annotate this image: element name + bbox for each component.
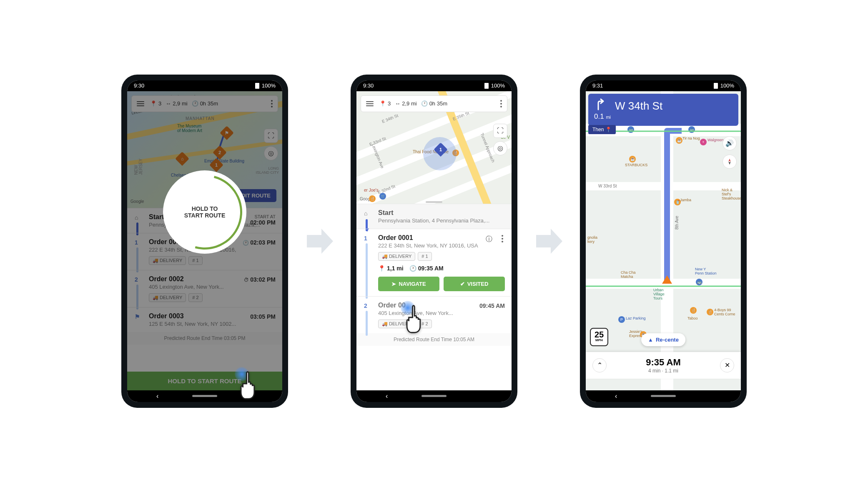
hold-label: START ROUTE [184, 212, 226, 219]
locate-icon[interactable]: ◎ [264, 146, 278, 160]
phone-1: 9:30 100% Lincoln Tunnel Lincoln Center … [121, 75, 288, 408]
stop-time: 03:05 PM [250, 313, 276, 320]
status-bar: 9:30 100% [356, 80, 512, 91]
hold-label: HOLD TO [192, 205, 218, 212]
hold-to-start-button[interactable]: HOLD TO START ROUTE [127, 372, 282, 390]
stop-time: 02:03 PM [250, 239, 276, 246]
nav-direction-banner[interactable]: W 34th St 0.1 mi Then 📍 [588, 94, 738, 126]
sheet-handle[interactable] [426, 201, 442, 203]
distance-metric: ↔2,9 mi [395, 100, 416, 107]
status-time: 9:30 [134, 82, 144, 89]
order-num-chip: # 2 [188, 293, 202, 302]
hold-progress-circle: HOLD TO START ROUTE [163, 170, 246, 254]
battery-icon [255, 83, 259, 89]
order-num-chip: # 1 [188, 256, 202, 265]
duration-metric: 🕐0h 35m [421, 100, 447, 107]
locate-icon[interactable]: ◎ [493, 141, 507, 155]
shop-icon: 🛒 [379, 193, 386, 200]
sound-icon[interactable]: 🔊 [722, 136, 737, 150]
fullscreen-icon[interactable]: ⛶ [264, 129, 278, 143]
phone-2: 9:30 100% E 33rd St E 34th St E 35th St … [351, 75, 517, 408]
navigate-button[interactable]: ➤ NAVIGATE [378, 277, 439, 291]
flag-icon: ⚑ [135, 313, 140, 320]
map[interactable]: E 33rd St E 34th St E 35th St E 36th St … [356, 91, 512, 204]
stop-3[interactable]: ⚑ Order 0003 125 E 54th St, New York, NY… [127, 307, 282, 332]
order-num-chip: # 1 [418, 252, 431, 261]
stop-address: 405 Lexington Ave, New York... [378, 310, 505, 316]
restaurant-icon: 🍴 [369, 195, 376, 202]
home-pill[interactable] [192, 395, 217, 397]
android-nav-bar: ‹ [127, 390, 282, 402]
order-num-chip: # 2 [418, 320, 431, 328]
compass-icon[interactable] [722, 155, 737, 169]
flow-arrow-icon [305, 227, 334, 256]
stop-address: Pennsylvania Station, 4 Pennsylvania Pla… [378, 217, 505, 224]
screen-1: 9:30 100% Lincoln Tunnel Lincoln Center … [127, 80, 282, 402]
distance-metric: 📍 1,1 mi [378, 265, 404, 272]
duration-metric: 🕐0h 35m [192, 100, 218, 107]
stop-2[interactable]: 2 Order 0002 405 Lexington Ave, New York… [127, 270, 282, 307]
overflow-icon[interactable] [269, 98, 274, 109]
stop-time: 09:45 AM [479, 302, 505, 309]
eta-metric: 🕐 09:35 AM [409, 265, 444, 272]
stops-metric: 📍3 [379, 100, 391, 107]
check-icon: ✔ [460, 281, 465, 287]
nav-distance: 0.1 [594, 112, 604, 120]
visited-button[interactable]: ✔ VISITED [444, 277, 505, 291]
phone-3: 9:31 100% W 33rd St 8th Ave ▶ AMC Theatr… [580, 75, 747, 408]
stop-number: 2 [364, 302, 367, 309]
stop-1-expanded[interactable]: 1 Order 0001 222 E 34th St, New York, NY… [356, 229, 512, 296]
fullscreen-icon[interactable]: ⛶ [493, 124, 507, 138]
top-info-bar: 📍3 ↔2,9 mi 🕐0h 35m [131, 95, 278, 112]
then-chip[interactable]: Then 📍 [588, 125, 616, 134]
menu-icon[interactable] [135, 100, 146, 108]
nav-map[interactable]: W 33rd St 8th Ave ▶ AMC Theatres 📷 Camer… [586, 91, 741, 390]
stop-start[interactable]: ⌂ ▼ Start Pennsylvania Station, 4 Pennsy… [356, 204, 512, 229]
overflow-icon[interactable] [500, 233, 505, 244]
nav-distance-unit: mi [606, 115, 611, 120]
android-nav-bar: ‹ [586, 390, 741, 402]
predicted-end-time: Predicted Route End Time 10:05 AM [356, 333, 512, 346]
distance-metric: ↔2,9 mi [166, 100, 187, 107]
home-pill[interactable] [651, 395, 676, 397]
current-location-arrow [662, 275, 672, 284]
battery-pct: 100% [262, 82, 276, 89]
menu-icon[interactable] [364, 100, 375, 108]
stops-metric: 📍3 [150, 100, 161, 107]
top-info-bar: 📍3 ↔2,9 mi 🕐0h 35m [361, 95, 507, 112]
info-icon[interactable]: ⓘ [486, 235, 492, 244]
stop-number: 1 [364, 235, 367, 242]
stop-2[interactable]: 2 Order 0002 405 Lexington Ave, New York… [356, 296, 512, 333]
stop-number: 2 [135, 276, 138, 283]
predicted-end-time: Predicted Route End Time 03:05 PM [127, 332, 282, 345]
back-icon[interactable]: ‹ [156, 392, 158, 400]
back-icon[interactable]: ‹ [386, 392, 388, 400]
battery-icon [714, 83, 718, 89]
start-at-label: START AT [250, 214, 276, 219]
screen-3: 9:31 100% W 33rd St 8th Ave ▶ AMC Theatr… [586, 80, 741, 402]
poi-label: er Joe's [364, 188, 379, 192]
home-icon: ⌂ [135, 214, 138, 221]
street-name: W 34th St [615, 100, 733, 112]
overflow-icon[interactable] [499, 98, 504, 109]
start-at-time: 02:00 PM [250, 219, 276, 226]
status-bar: 9:30 100% [127, 80, 282, 91]
navigate-icon: ➤ [391, 281, 396, 287]
battery-pct: 100% [491, 82, 505, 89]
back-icon[interactable]: ‹ [615, 392, 617, 400]
home-pill[interactable] [421, 395, 447, 397]
stop-address: 125 E 54th St, New York, NY 1002... [149, 321, 276, 327]
battery-pct: 100% [720, 82, 734, 89]
home-icon: ⌂ [364, 210, 367, 217]
android-nav-bar: ‹ [356, 390, 512, 402]
status-time: 9:30 [363, 82, 374, 89]
stop-time: 03:02 PM [250, 276, 276, 283]
delivery-chip: 🚚 DELIVERY [378, 320, 415, 328]
delivery-chip: 🚚 DELIVERY [149, 293, 186, 302]
status-bar: 9:31 100% [586, 80, 741, 91]
status-time: 9:31 [592, 82, 603, 89]
stops-list[interactable]: ⌂ ▼ Start Pennsylvania Station, 4 Pennsy… [356, 204, 512, 390]
stop-title: Start [378, 209, 505, 217]
flow-arrow-icon [534, 227, 563, 256]
stop-number: 1 [135, 239, 138, 246]
